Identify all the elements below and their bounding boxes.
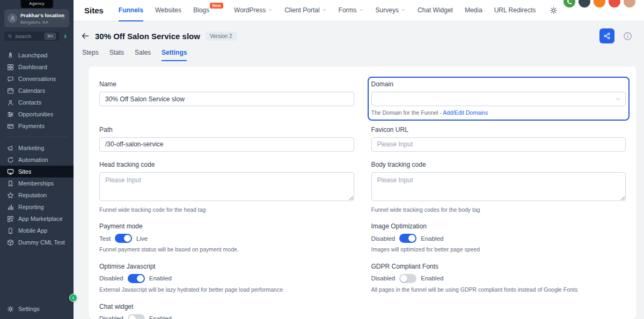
toggle-right-label: Live — [136, 235, 148, 242]
cube-icon — [7, 239, 14, 246]
gdpr-fonts-helper: All pages in the funnel will be using GD… — [371, 286, 626, 294]
sidebar-item-sites[interactable]: Sites — [0, 166, 74, 177]
location-subtitle: Bengaluru, KA — [20, 20, 48, 25]
topnav-tab-media[interactable]: Media — [465, 0, 482, 21]
favicon-field: Favicon URL — [371, 126, 626, 152]
toggle-left-label: Disabled — [371, 275, 396, 281]
sidebar-item-automation[interactable]: Automation — [0, 154, 74, 166]
sidebar-item-mobile-app[interactable]: Mobile App — [0, 225, 74, 236]
chevron-down-icon — [615, 96, 621, 102]
gdpr-fonts-toggle[interactable] — [399, 274, 416, 283]
favicon-label: Favicon URL — [371, 126, 626, 133]
sidebar-item-reputation[interactable]: Reputation — [0, 189, 74, 201]
body-tracking-field: Body tracking code Funnel wide tracking … — [371, 161, 626, 214]
team-avatar-3[interactable] — [608, 0, 621, 9]
image-optimization-field: Image Optimization Disabled Enabled Imag… — [371, 222, 626, 254]
location-switcher[interactable]: Prakhar's location Bengaluru, KA — [4, 9, 69, 27]
topnav-tab-chat-widget[interactable]: Chat Widget — [418, 0, 453, 21]
quick-actions-button[interactable] — [62, 32, 69, 41]
funnel-name-input[interactable] — [99, 92, 354, 106]
topnav-tab-forms[interactable]: Forms — [339, 0, 364, 21]
topnav-tab-surveys[interactable]: Surveys — [376, 0, 406, 21]
location-name: Prakhar's location — [20, 12, 64, 18]
topnav-tab-client-portal[interactable]: Client Portal — [284, 0, 326, 21]
sidebar-item-settings[interactable]: Settings — [0, 303, 74, 315]
topnav-tab-websites[interactable]: Websites — [155, 0, 181, 21]
tab-settings[interactable]: Settings — [162, 49, 187, 61]
head-tracking-label: Head tracking code — [99, 161, 354, 168]
profile-avatar[interactable] — [623, 0, 636, 9]
calendar-icon — [7, 87, 14, 94]
version-badge: Version 2 — [206, 32, 237, 41]
contacts-icon — [7, 99, 14, 106]
search-input[interactable]: Search ⌘K — [4, 32, 59, 41]
tab-stats[interactable]: Stats — [109, 49, 124, 61]
name-field: Name — [99, 80, 354, 106]
domain-helper: The Domain for the Funnel - Add/Edit Dom… — [371, 109, 626, 117]
body-tracking-helper: Funnel wide tracking codes for the body … — [371, 206, 626, 214]
tab-sales[interactable]: Sales — [135, 49, 151, 61]
chat-widget-field: Chat widget Disabled Enabled — [99, 303, 354, 319]
optimise-javascript-toggle[interactable] — [128, 274, 145, 283]
toggle-left-label: Test — [99, 235, 111, 242]
toggle-left-label: Disabled — [99, 315, 123, 319]
chat-widget-toggle[interactable] — [128, 314, 145, 319]
sidebar-item-opportunities[interactable]: Opportunities — [0, 108, 74, 120]
sidebar-menu: Launchpad Dashboard Conversations Calend… — [0, 47, 74, 301]
gdpr-fonts-label: GDPR Compliant Fonts — [371, 263, 626, 270]
chat-bubble-icon — [7, 76, 14, 83]
top-navigation: Sites Funnels Websites Blogs New WordPre… — [74, 0, 644, 21]
payment-mode-field: Payment mode Test Live Funnel payment st… — [99, 222, 354, 254]
head-tracking-helper: Funnel wide tracking code for the head t… — [99, 206, 354, 214]
domain-select[interactable] — [371, 92, 626, 106]
optimise-javascript-label: Optimise Javascript — [99, 263, 354, 270]
add-edit-domains-link[interactable]: Add/Edit Domains — [443, 109, 488, 116]
agency-switcher[interactable]: Agency — [20, 0, 53, 8]
monitor-icon — [7, 168, 14, 175]
team-avatar-2[interactable] — [592, 0, 606, 9]
body-tracking-label: Body tracking code — [371, 161, 626, 168]
credit-card-icon — [7, 123, 14, 130]
sidebar-item-launchpad[interactable]: Launchpad — [0, 49, 74, 61]
back-button[interactable] — [81, 32, 90, 40]
topnav-tab-url-redirects[interactable]: URL Redirects — [494, 0, 536, 21]
sidebar-item-conversations[interactable]: Conversations — [0, 73, 74, 85]
topnav-tab-blogs[interactable]: Blogs New — [193, 0, 209, 21]
search-shortcut-badge: ⌘K — [45, 33, 56, 40]
sidebar-item-dummy-cml-test[interactable]: Dummy CML Test — [0, 236, 74, 248]
sidebar-item-dashboard[interactable]: Dashboard — [0, 61, 74, 73]
body-tracking-textarea[interactable] — [371, 172, 626, 201]
funnel-path-input[interactable] — [99, 137, 354, 152]
bookmark-icon — [7, 180, 14, 187]
phone-status-badge[interactable] — [562, 0, 576, 9]
sidebar-collapse-button[interactable] — [69, 294, 77, 302]
location-avatar-icon — [8, 13, 17, 23]
sites-settings-gear-icon[interactable] — [550, 6, 558, 14]
sidebar-item-marketing[interactable]: Marketing — [0, 142, 74, 154]
chevron-down-icon — [359, 8, 364, 12]
page-content: 30% Off Salon Service slow Version 2 Ste… — [74, 21, 644, 319]
topnav-tab-wordpress[interactable]: WordPress — [234, 0, 273, 21]
sidebar-item-memberships[interactable]: Memberships — [0, 177, 74, 189]
help-icon[interactable] — [623, 32, 632, 41]
payment-mode-toggle[interactable] — [115, 234, 132, 243]
path-label: Path — [99, 126, 354, 133]
image-optimization-toggle[interactable] — [399, 234, 416, 243]
topnav-tab-funnels[interactable]: Funnels — [119, 0, 143, 21]
sidebar-item-calendars[interactable]: Calendars — [0, 85, 74, 97]
favicon-url-input[interactable] — [371, 137, 626, 152]
sidebar-item-contacts[interactable]: Contacts — [0, 97, 74, 108]
domain-field: Domain The Domain for the Funnel - Add/E… — [371, 80, 626, 117]
head-tracking-textarea[interactable] — [99, 172, 354, 201]
new-badge: New — [210, 3, 223, 9]
sidebar-item-app-marketplace[interactable]: App Marketplace — [0, 213, 74, 225]
sidebar-item-payments[interactable]: Payments — [0, 120, 74, 132]
chevron-down-icon — [401, 8, 406, 12]
sidebar-item-reporting[interactable]: Reporting — [0, 201, 74, 213]
header-avatars — [562, 0, 636, 9]
share-button[interactable] — [599, 28, 614, 43]
chat-widget-label: Chat widget — [99, 303, 354, 310]
team-avatar-1[interactable] — [577, 0, 591, 9]
tab-steps[interactable]: Steps — [82, 49, 99, 61]
menu-divider — [6, 137, 67, 137]
